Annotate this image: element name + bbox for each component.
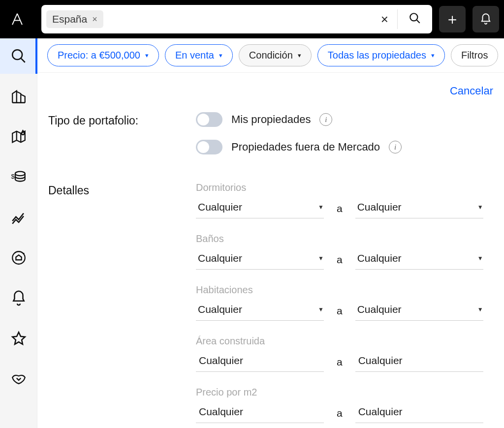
cancel-link[interactable]: Cancelar <box>450 85 493 97</box>
range-separator: a <box>337 254 343 266</box>
rooms-label: Habitaciones <box>196 284 493 296</box>
select-value: Cualquier <box>357 304 402 315</box>
filter-panel: Cancelar Tipo de portafolio: Mis propied… <box>37 73 504 428</box>
main-content: Precio: a €500,000 ▾ En venta ▾ Condició… <box>37 38 504 428</box>
price-m2-label: Precio por m2 <box>196 387 493 398</box>
range-separator: a <box>337 407 343 419</box>
sidebar-item-map-hot[interactable] <box>0 119 37 154</box>
filter-allprops[interactable]: Todas las propiedades ▾ <box>317 44 445 66</box>
toggle-offmarket[interactable] <box>196 140 222 154</box>
filter-more-label: Filtros <box>461 50 488 61</box>
range-separator: a <box>337 305 343 317</box>
filter-condition[interactable]: Condición ▾ <box>239 44 312 66</box>
toggle-my-properties[interactable] <box>196 112 222 127</box>
app-logo[interactable] <box>0 0 34 38</box>
search-icon <box>409 12 421 25</box>
chevron-down-icon: ▾ <box>145 52 149 59</box>
handshake-icon <box>10 370 27 387</box>
sidebar: $ <box>0 38 37 428</box>
trend-icon <box>10 209 27 226</box>
notifications-button[interactable] <box>472 6 499 32</box>
select-value: Cualquier <box>357 201 402 213</box>
chevron-down-icon: ▼ <box>318 306 324 313</box>
filter-status-label: En venta <box>175 50 214 61</box>
svg-point-1 <box>12 50 22 60</box>
sidebar-item-home-value[interactable] <box>0 240 37 275</box>
search-chip-spain: España × <box>46 10 103 28</box>
input-placeholder: Cualquier <box>358 406 403 417</box>
info-icon[interactable]: i <box>389 141 402 153</box>
range-separator: a <box>337 203 343 214</box>
chevron-down-icon: ▼ <box>318 204 324 211</box>
bell-icon <box>10 290 27 306</box>
home-circle-icon <box>10 249 27 266</box>
sidebar-item-favorites[interactable] <box>0 321 37 356</box>
input-placeholder: Cualquier <box>358 355 403 366</box>
filter-condition-label: Condición <box>249 50 293 61</box>
chevron-down-icon: ▾ <box>431 52 435 59</box>
bedrooms-min-select[interactable]: Cualquier ▼ <box>196 198 324 218</box>
logo-icon <box>10 12 25 27</box>
search-chip-label: España <box>52 13 87 25</box>
filter-price-label: Precio: a €500,000 <box>58 50 140 61</box>
rooms-max-select[interactable]: Cualquier ▼ <box>355 301 483 321</box>
baths-min-select[interactable]: Cualquier ▼ <box>196 249 324 270</box>
baths-max-select[interactable]: Cualquier ▼ <box>355 249 483 270</box>
bell-icon <box>479 13 492 26</box>
svg-point-0 <box>410 13 417 21</box>
portfolio-type-label: Tipo de portafolio: <box>48 112 196 167</box>
coins-icon: $ <box>10 169 27 185</box>
select-value: Cualquier <box>198 252 242 264</box>
svg-point-2 <box>15 172 25 176</box>
input-placeholder: Cualquier <box>199 406 243 417</box>
details-label: Detalles <box>48 182 196 428</box>
select-value: Cualquier <box>357 252 402 264</box>
toggle-offmarket-label: Propiedades fuera de Mercado <box>231 141 380 153</box>
select-value: Cualquier <box>198 304 242 315</box>
bedrooms-label: Dormitorios <box>196 182 493 193</box>
filter-more[interactable]: Filtros <box>451 44 498 66</box>
chevron-down-icon: ▼ <box>477 306 483 313</box>
search-submit-button[interactable] <box>398 12 432 27</box>
topbar: España × × ＋ <box>0 0 504 38</box>
built-area-label: Área construida <box>196 336 493 347</box>
chip-close-icon[interactable]: × <box>92 14 97 25</box>
price-m2-min-input[interactable]: Cualquier <box>196 403 324 423</box>
sidebar-item-trends[interactable] <box>0 200 37 235</box>
chevron-down-icon: ▼ <box>318 255 324 262</box>
built-area-min-input[interactable]: Cualquier <box>196 352 324 372</box>
sidebar-item-alerts[interactable] <box>0 280 37 316</box>
baths-label: Baños <box>196 233 493 245</box>
info-icon[interactable]: i <box>319 113 332 126</box>
sidebar-item-deals[interactable] <box>0 361 37 397</box>
price-m2-max-input[interactable]: Cualquier <box>355 403 483 423</box>
add-button[interactable]: ＋ <box>439 6 466 32</box>
filter-allprops-label: Todas las propiedades <box>328 50 426 61</box>
plus-icon: ＋ <box>445 12 460 27</box>
svg-point-5 <box>23 253 24 254</box>
input-placeholder: Cualquier <box>199 355 243 366</box>
chevron-down-icon: ▾ <box>298 52 301 59</box>
chevron-down-icon: ▼ <box>477 204 483 211</box>
search-icon <box>10 48 27 64</box>
star-icon <box>10 330 27 347</box>
toggle-my-properties-label: Mis propiedades <box>231 113 311 126</box>
sidebar-item-buildings[interactable] <box>0 79 37 114</box>
rooms-min-select[interactable]: Cualquier ▼ <box>196 301 324 321</box>
select-value: Cualquier <box>198 201 242 213</box>
filter-status[interactable]: En venta ▾ <box>165 44 233 66</box>
bedrooms-max-select[interactable]: Cualquier ▼ <box>355 198 483 218</box>
sidebar-item-search[interactable] <box>0 38 37 74</box>
built-area-max-input[interactable]: Cualquier <box>355 352 483 372</box>
chevron-down-icon: ▼ <box>477 255 483 262</box>
sidebar-item-pricing[interactable]: $ <box>0 159 37 195</box>
chevron-down-icon: ▾ <box>219 52 222 59</box>
filter-price[interactable]: Precio: a €500,000 ▾ <box>47 44 159 66</box>
map-fire-icon <box>10 128 27 145</box>
svg-text:$: $ <box>11 173 14 180</box>
range-separator: a <box>337 356 343 368</box>
buildings-icon <box>10 88 27 105</box>
search-bar[interactable]: España × × <box>41 5 432 33</box>
filter-bar: Precio: a €500,000 ▾ En venta ▾ Condició… <box>37 38 504 73</box>
search-clear-icon[interactable]: × <box>372 12 397 27</box>
